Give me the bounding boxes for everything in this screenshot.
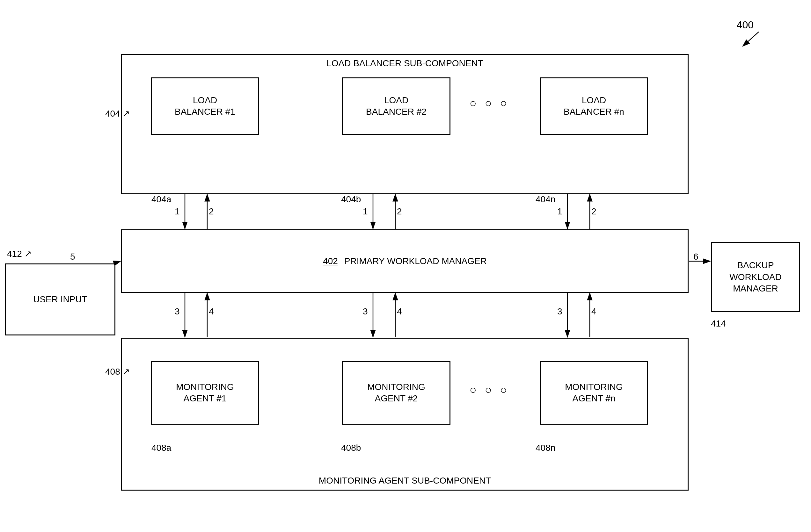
primary-workload-manager-label: PRIMARY WORKLOAD MANAGER <box>344 255 487 267</box>
svg-line-15 <box>116 261 121 263</box>
monitoring-agent-subcomponent-box: MONITORING AGENT SUB-COMPONENT MONITORIN… <box>121 338 689 490</box>
backup-workload-manager-label: BACKUPWORKLOADMANAGER <box>730 260 781 294</box>
arrow-label-4b: 4 <box>397 307 402 317</box>
ref-408n: 408n <box>536 443 555 453</box>
monitoring-agent-2-box: MONITORINGAGENT #2 <box>342 361 450 425</box>
ref-414: 414 <box>711 318 726 329</box>
load-balancer-1-label: LOADBALANCER #1 <box>175 95 235 118</box>
ref-412: 412 ↗ <box>7 249 32 259</box>
monitoring-agent-n-label: MONITORINGAGENT #n <box>565 381 623 405</box>
ellipsis-bottom: ○ ○ ○ <box>470 383 509 396</box>
backup-workload-manager-box: BACKUPWORKLOADMANAGER <box>711 242 800 312</box>
ref-404: 404 ↗ <box>105 108 130 119</box>
load-balancer-2-label: LOADBALANCER #2 <box>366 95 427 118</box>
ref-408b: 408b <box>341 443 361 453</box>
load-balancer-subcomponent-label: LOAD BALANCER SUB-COMPONENT <box>122 58 688 68</box>
monitoring-agent-subcomponent-label: MONITORING AGENT SUB-COMPONENT <box>122 475 688 486</box>
figure-number: 400 <box>737 19 754 31</box>
load-balancer-2-box: LOADBALANCER #2 <box>342 77 450 135</box>
load-balancer-n-label: LOADBALANCER #n <box>564 95 624 118</box>
arrow-label-4n: 4 <box>591 307 596 317</box>
ref-402: 402 <box>323 256 338 266</box>
load-balancer-1-box: LOADBALANCER #1 <box>151 77 259 135</box>
arrow-label-6: 6 <box>693 252 699 262</box>
arrow-label-2n: 2 <box>591 206 596 217</box>
arrow-label-3b: 3 <box>363 307 368 317</box>
svg-line-2 <box>743 32 759 46</box>
user-input-box: USER INPUT <box>5 264 116 335</box>
monitoring-agent-2-label: MONITORINGAGENT #2 <box>367 381 425 405</box>
ref-408a: 408a <box>151 443 171 453</box>
ref-408: 408 ↗ <box>105 366 130 377</box>
ellipsis-top: ○ ○ ○ <box>470 96 509 110</box>
diagram-container: 400 LOAD BALANCER SUB-COMPONENT LOADBALA… <box>0 0 811 532</box>
ref-404a: 404a <box>151 194 171 204</box>
user-input-label: USER INPUT <box>33 294 87 305</box>
arrow-label-1a: 1 <box>175 206 180 217</box>
arrow-label-2b: 2 <box>397 206 402 217</box>
ref-404b: 404b <box>341 194 361 204</box>
arrow-label-2a: 2 <box>209 206 214 217</box>
load-balancer-subcomponent-box: LOAD BALANCER SUB-COMPONENT LOADBALANCER… <box>121 54 689 194</box>
arrow-label-5: 5 <box>70 252 75 262</box>
primary-workload-manager-box: 402 PRIMARY WORKLOAD MANAGER <box>121 229 689 293</box>
monitoring-agent-n-box: MONITORINGAGENT #n <box>540 361 648 425</box>
arrow-label-1n: 1 <box>557 206 562 217</box>
ref-404n: 404n <box>536 194 555 204</box>
arrow-label-1b: 1 <box>363 206 368 217</box>
load-balancer-n-box: LOADBALANCER #n <box>540 77 648 135</box>
arrow-label-4a: 4 <box>209 307 214 317</box>
monitoring-agent-1-box: MONITORINGAGENT #1 <box>151 361 259 425</box>
arrow-label-3n: 3 <box>557 307 562 317</box>
arrow-label-3a: 3 <box>175 307 180 317</box>
monitoring-agent-1-label: MONITORINGAGENT #1 <box>176 381 234 405</box>
